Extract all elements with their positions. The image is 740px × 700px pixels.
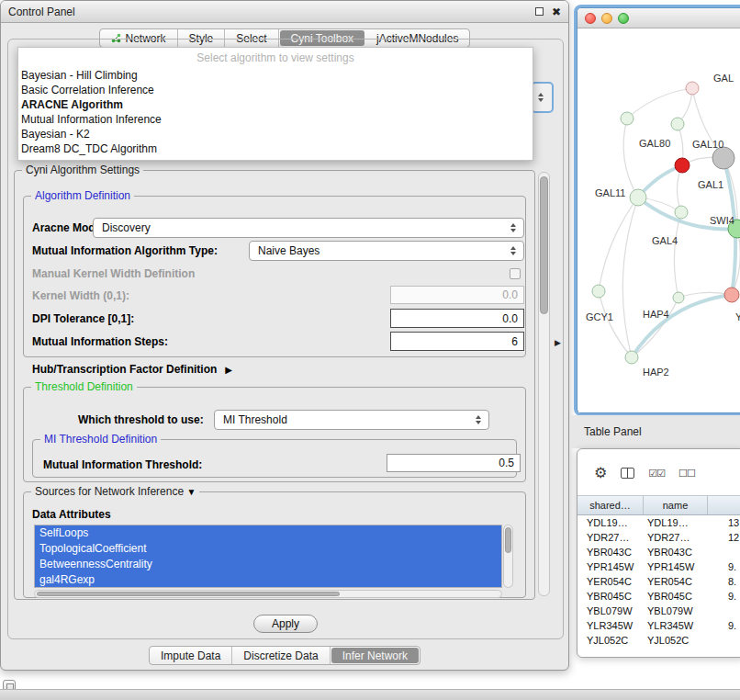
data-attributes-list[interactable]: SelfLoops TopologicalCoefficient Between… — [34, 525, 502, 588]
close-traffic-light[interactable] — [585, 13, 596, 24]
cell[interactable]: 9. — [708, 618, 740, 633]
network-edge[interactable] — [674, 212, 681, 298]
zoom-traffic-light[interactable] — [618, 13, 629, 24]
cell[interactable]: YDL19… — [577, 515, 644, 530]
network-edge[interactable] — [599, 291, 632, 357]
cell[interactable]: YBR043C — [644, 545, 708, 559]
network-edge[interactable] — [599, 198, 638, 291]
gear-icon[interactable]: ⚙ — [594, 466, 607, 480]
cell[interactable] — [708, 545, 740, 559]
cell[interactable]: 8. — [708, 574, 740, 589]
dropdown-item[interactable]: Bayesian - K2 — [18, 127, 533, 141]
cell[interactable]: YPR145W — [644, 559, 708, 574]
table-row[interactable]: YDR27… YDR27… 12 — [577, 530, 740, 545]
cell[interactable]: YBR043C — [577, 545, 644, 559]
list-item[interactable]: TopologicalCoefficient — [35, 541, 501, 557]
table-row[interactable]: YDL19… YDL19… 13 — [577, 515, 740, 530]
network-node[interactable] — [592, 285, 605, 298]
network-node[interactable] — [724, 288, 739, 302]
network-node[interactable] — [675, 206, 688, 219]
cell[interactable]: YER054C — [644, 574, 708, 589]
apply-button[interactable]: Apply — [253, 615, 318, 633]
column-header-shared-name[interactable]: shared… — [577, 496, 644, 514]
cell[interactable] — [708, 604, 740, 618]
cell[interactable] — [708, 633, 740, 648]
table-row[interactable]: YBR043C YBR043C — [577, 545, 740, 559]
cell[interactable]: YBL079W — [644, 604, 708, 618]
scrollbar-thumb[interactable] — [37, 592, 340, 596]
network-node[interactable] — [712, 147, 734, 169]
cell[interactable]: 9. — [708, 589, 740, 604]
dropdown-item[interactable]: Bayesian - Hill Climbing — [18, 68, 533, 83]
scrollbar-thumb[interactable] — [505, 527, 511, 553]
table-row[interactable]: YBL079W YBL079W — [577, 604, 740, 618]
mi-threshold-field[interactable]: 0.5 — [387, 454, 521, 472]
cell[interactable]: YDR27… — [644, 530, 708, 545]
cell[interactable]: YBL079W — [577, 604, 644, 618]
cell[interactable]: YLR345W — [577, 618, 644, 633]
deselect-all-icon[interactable]: ☐☐ — [678, 469, 695, 479]
list-item[interactable]: SelfLoops — [35, 525, 501, 541]
which-threshold-select[interactable]: MI Threshold — [214, 410, 489, 430]
algorithm-select[interactable] — [531, 82, 554, 113]
cell[interactable]: YLR345W — [644, 618, 708, 633]
attribute-list-horizontal-scrollbar[interactable] — [34, 590, 502, 598]
network-node[interactable] — [625, 351, 638, 364]
float-window-icon[interactable] — [535, 7, 544, 16]
dropdown-item[interactable]: Dream8 DC_TDC Algorithm — [18, 141, 533, 156]
tab-discretize-data[interactable]: Discretize Data — [232, 647, 330, 664]
settings-vertical-scrollbar[interactable] — [538, 172, 550, 596]
minimize-traffic-light[interactable] — [601, 13, 612, 24]
cell[interactable]: YDR27… — [577, 530, 644, 545]
cell[interactable]: YBR045C — [644, 589, 708, 604]
network-node[interactable] — [630, 189, 646, 206]
cell[interactable]: YDL19… — [644, 515, 708, 530]
cell[interactable]: 9. — [708, 559, 740, 574]
hub-definition-expander[interactable]: Hub/Transcription Factor Definition ▶ — [32, 363, 232, 376]
network-node[interactable] — [671, 118, 684, 130]
network-canvas[interactable]: GALGAL80GAL10GAL11GAL1SWI4GAL4GCY1HAP4YH… — [578, 28, 740, 412]
dropdown-item[interactable]: Basic Correlation Inference — [18, 83, 533, 97]
aracne-mode-select[interactable]: Discovery — [93, 218, 524, 238]
panel-splitter-collapse-icon[interactable]: ▶ — [555, 338, 561, 347]
close-window-icon[interactable]: ✖ — [552, 6, 561, 17]
cell[interactable]: YBR045C — [577, 589, 644, 604]
list-item[interactable]: gal4RGexp — [35, 572, 501, 588]
tab-impute-data[interactable]: Impute Data — [150, 647, 232, 664]
manual-kernel-width-checkbox[interactable] — [510, 268, 521, 279]
kernel-width-field[interactable]: 0.0 — [390, 286, 524, 304]
network-edge[interactable] — [623, 119, 638, 198]
mi-steps-field[interactable]: 6 — [390, 332, 524, 351]
cell[interactable]: YJL052C — [577, 633, 644, 648]
table-row[interactable]: YJL052C YJL052C — [577, 633, 740, 648]
cell[interactable]: 13 — [708, 515, 740, 530]
dropdown-item-selected[interactable]: ARACNE Algorithm — [18, 97, 533, 112]
mi-algorithm-type-select[interactable]: Naive Bayes — [249, 241, 524, 261]
tab-infer-network[interactable]: Infer Network — [331, 648, 419, 663]
network-node[interactable] — [621, 112, 633, 125]
network-node[interactable] — [686, 82, 699, 95]
columns-icon[interactable] — [621, 468, 634, 479]
table-row[interactable]: YLR345W YLR345W 9. — [577, 618, 740, 633]
table-row[interactable]: YBR045C YBR045C 9. — [577, 589, 740, 604]
table-row[interactable]: YPR145W YPR145W 9. — [577, 559, 740, 574]
network-node[interactable] — [675, 158, 690, 173]
network-node[interactable] — [673, 292, 684, 303]
dropdown-item[interactable]: Mutual Information Inference — [18, 112, 533, 127]
select-all-icon[interactable]: ☑☑ — [648, 469, 665, 479]
scrollbar-thumb[interactable] — [540, 176, 548, 314]
dpi-tolerance-field[interactable]: 0.0 — [390, 309, 524, 328]
expander-collapsed-icon[interactable]: ▶ — [225, 365, 232, 375]
column-header-name[interactable]: name — [644, 496, 708, 514]
list-item[interactable]: BetweennessCentrality — [35, 557, 501, 572]
network-view-titlebar[interactable] — [577, 8, 740, 28]
network-edge[interactable] — [622, 198, 638, 357]
cell[interactable]: YJL052C — [644, 633, 708, 648]
network-edge[interactable] — [632, 295, 732, 357]
network-edge[interactable] — [627, 88, 692, 119]
control-panel-titlebar[interactable]: Control Panel ✖ — [1, 1, 568, 23]
cell[interactable]: YPR145W — [577, 559, 644, 574]
cell[interactable]: 12 — [708, 530, 740, 545]
table-row[interactable]: YER054C YER054C 8. — [577, 574, 740, 589]
attribute-list-vertical-scrollbar[interactable] — [503, 525, 513, 588]
